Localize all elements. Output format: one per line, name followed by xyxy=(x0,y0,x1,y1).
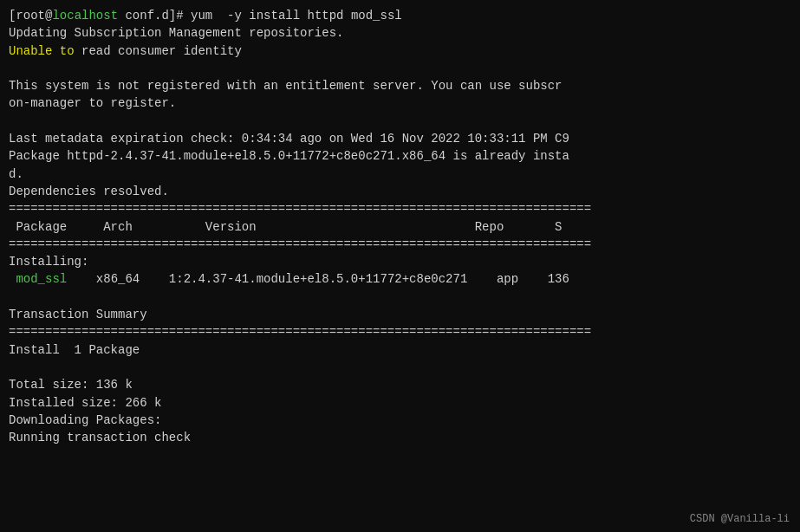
install-count: Install 1 Package xyxy=(9,341,791,359)
blank-line-2 xyxy=(9,113,791,130)
table-header: Package Arch Version Repo S xyxy=(9,218,791,236)
blank-line-1 xyxy=(9,60,791,77)
blank-line-3 xyxy=(9,289,791,306)
output-line-2: Unable to read consumer identity xyxy=(9,42,791,60)
txn-summary-label: Transaction Summary xyxy=(9,306,791,323)
unable-rest: read consumer identity xyxy=(75,44,242,58)
terminal-window: [root@localhost conf.d]# yum -y install … xyxy=(0,0,800,532)
output-line-3: This system is not registered with an en… xyxy=(9,77,791,94)
separator-2: ========================================… xyxy=(9,236,791,253)
installing-label: Installing: xyxy=(9,253,791,270)
installed-size: Installed size: 266 k xyxy=(9,394,791,412)
command-text: yum -y install httpd mod_ssl xyxy=(191,9,402,23)
separator-1: ========================================… xyxy=(9,200,791,217)
mod-ssl-row: mod_ssl x86_64 1:2.4.37-41.module+el8.5.… xyxy=(9,270,791,288)
mod-ssl-details: x86_64 1:2.4.37-41.module+el8.5.0+11772+… xyxy=(67,272,569,286)
output-line-4: on-manager to register. xyxy=(9,94,791,112)
running-check: Running transaction check xyxy=(9,429,791,446)
separator-3: ========================================… xyxy=(9,323,791,341)
deps-resolved: Dependencies resolved. xyxy=(9,183,791,200)
command-line: [root@localhost conf.d]# yum -y install … xyxy=(9,7,791,24)
prompt-bracket: [root@ xyxy=(9,9,52,23)
blank-line-4 xyxy=(9,359,791,376)
package-line-1: Package httpd-2.4.37-41.module+el8.5.0+1… xyxy=(9,147,791,165)
output-line-1: Updating Subscription Management reposit… xyxy=(9,24,791,42)
watermark: CSDN @Vanilla-li xyxy=(690,513,790,525)
you-text: You xyxy=(431,79,452,93)
prompt-path: conf.d]# xyxy=(118,9,191,23)
package-line-2: d. xyxy=(9,165,791,183)
hostname: localhost xyxy=(52,9,118,23)
mod-ssl-name: mod_ssl xyxy=(9,272,67,286)
unable-text: Unable to xyxy=(9,44,75,58)
metadata-line: Last metadata expiration check: 0:34:34 … xyxy=(9,130,791,147)
downloading-label: Downloading Packages: xyxy=(9,412,791,429)
total-size: Total size: 136 k xyxy=(9,376,791,393)
